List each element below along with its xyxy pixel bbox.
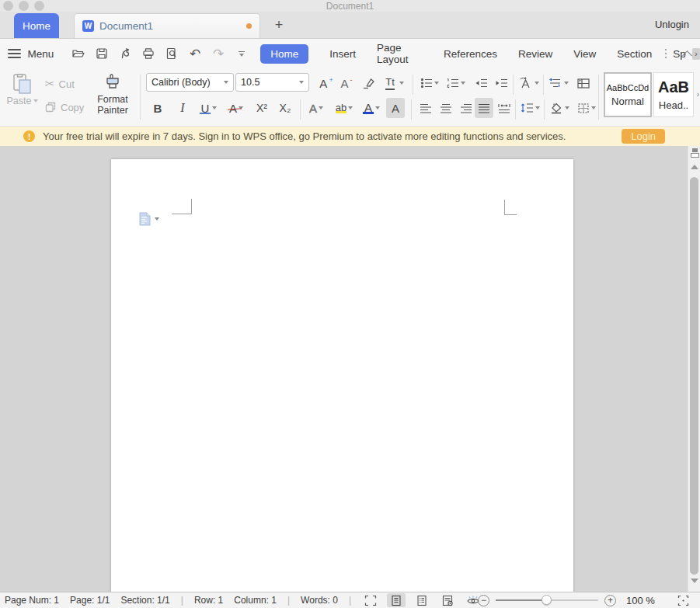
login-button[interactable]: Login [622, 129, 665, 144]
line-spacing-button[interactable] [517, 98, 542, 118]
home-screen-button[interactable]: Home [14, 13, 59, 38]
page-options-widget[interactable] [139, 212, 159, 226]
eraser-icon [361, 77, 375, 89]
tab-home[interactable]: Home [260, 44, 308, 64]
underline-button[interactable]: U [196, 98, 221, 118]
numbering-icon [447, 78, 459, 89]
superscript-button[interactable]: X² [252, 98, 272, 118]
customize-toolbar-dropdown-icon[interactable] [234, 46, 249, 61]
trial-banner: ! Your free trial will expire in 7 days.… [0, 127, 700, 146]
align-right-icon [460, 103, 472, 113]
highlight-color-button[interactable]: ab [331, 98, 357, 118]
clear-formatting-button[interactable] [358, 73, 378, 93]
align-right-button[interactable] [457, 98, 475, 118]
zoom-percentage[interactable]: 100 % [626, 595, 655, 606]
document-tab[interactable]: W Document1 [74, 13, 260, 38]
open-file-button[interactable] [71, 46, 86, 61]
ruler-toggle-button[interactable] [689, 148, 700, 160]
font-family-combobox[interactable]: Calibri (Body) [146, 73, 234, 92]
strikethrough-button[interactable]: A [224, 98, 249, 118]
menubar: Menu ↶ ↷ [0, 39, 700, 68]
status-words[interactable]: Words: 0 [301, 595, 338, 606]
document-page[interactable] [111, 159, 573, 592]
tab-references[interactable]: References [444, 48, 497, 60]
font-size-combobox[interactable]: 10.5 [235, 73, 309, 92]
web-layout-view-button[interactable] [438, 593, 457, 607]
tab-review[interactable]: Review [518, 48, 552, 60]
increase-font-size-button[interactable]: A+ [316, 73, 336, 93]
tab-section[interactable]: Section [617, 48, 652, 60]
trial-message: Your free trial will expire in 7 days. S… [43, 130, 566, 142]
styles-more-button[interactable]: › [697, 90, 699, 99]
bullet-list-button[interactable] [418, 73, 441, 93]
tab-page-layout[interactable]: Page Layout [377, 42, 423, 65]
print-preview-button[interactable] [164, 46, 179, 61]
collapse-ribbon-icon[interactable] [682, 50, 692, 61]
scroll-up-icon[interactable] [691, 165, 698, 169]
ribbon-tabs: Home Insert Page Layout References Revie… [260, 42, 700, 65]
align-center-button[interactable] [437, 98, 455, 118]
copy-button[interactable]: Copy [44, 101, 84, 113]
format-painter-button[interactable]: FormatPainter [90, 72, 135, 116]
print-button[interactable] [141, 46, 156, 61]
zoom-slider-thumb[interactable] [542, 595, 552, 605]
decrease-font-size-button[interactable]: A- [336, 73, 357, 93]
change-case-button[interactable]: Tt [380, 73, 409, 93]
zoom-slider[interactable] [496, 599, 598, 601]
menu-button[interactable]: Menu [27, 48, 54, 60]
text-effects-button[interactable]: A [305, 98, 328, 118]
decrease-indent-button[interactable] [472, 73, 490, 93]
tab-view[interactable]: View [573, 48, 596, 60]
align-left-icon [420, 103, 432, 113]
paste-button[interactable]: Paste [5, 72, 40, 106]
status-column: Column: 1 [234, 595, 277, 606]
zoom-in-button[interactable]: + [604, 595, 616, 606]
warning-icon: ! [23, 130, 35, 142]
insert-frame-button[interactable] [573, 73, 594, 93]
fit-page-button[interactable] [677, 595, 689, 608]
character-shading-button[interactable]: A [386, 98, 405, 118]
page-view-button[interactable] [387, 593, 406, 607]
italic-button[interactable]: I [174, 98, 191, 118]
paste-label: Paste [7, 96, 39, 106]
subscript-button[interactable]: X₂ [275, 98, 295, 118]
web-layout-icon [442, 595, 454, 606]
scrollbar-thumb[interactable] [690, 177, 698, 575]
shading-button[interactable] [547, 98, 572, 118]
save-button[interactable] [94, 46, 110, 61]
redo-button[interactable]: ↷ [211, 46, 226, 61]
copy-icon [44, 101, 57, 113]
quick-access-toolbar: ↶ ↷ [71, 46, 249, 61]
more-options-icon[interactable] [665, 49, 667, 59]
new-tab-button[interactable]: + [270, 16, 287, 33]
page-options-caret-icon [155, 217, 159, 221]
cut-button[interactable]: ✂ Cut [45, 77, 75, 91]
bullets-icon [420, 78, 433, 89]
style-normal[interactable]: AaBbCcDd Normal [604, 72, 652, 117]
undo-button[interactable]: ↶ [187, 46, 203, 61]
tabs-overflow-button[interactable]: › [692, 48, 700, 60]
document-workspace [0, 146, 700, 592]
increase-indent-button[interactable] [492, 73, 510, 93]
align-center-icon [440, 103, 452, 113]
full-screen-view-button[interactable] [361, 593, 380, 607]
outline-view-button[interactable] [413, 593, 431, 607]
font-color-button[interactable]: A [359, 98, 384, 118]
hamburger-menu-icon[interactable] [8, 49, 21, 58]
borders-button[interactable] [574, 98, 599, 118]
export-pdf-button[interactable] [117, 46, 133, 61]
scroll-down-icon[interactable] [691, 578, 698, 583]
align-left-button[interactable] [416, 98, 435, 118]
unlogin-label[interactable]: Unlogin [655, 19, 689, 30]
numbered-list-button[interactable] [444, 73, 468, 93]
justify-button[interactable] [475, 98, 493, 118]
vertical-scrollbar[interactable] [688, 146, 700, 592]
bold-button[interactable]: B [149, 98, 166, 118]
status-separator: | [181, 595, 183, 606]
paragraph-layout-button[interactable] [546, 73, 571, 93]
distribute-button[interactable] [495, 98, 514, 118]
zoom-out-button[interactable]: − [478, 595, 489, 606]
tab-insert[interactable]: Insert [329, 48, 356, 60]
character-scale-button[interactable] [517, 73, 542, 93]
style-heading[interactable]: AaB Head.. [653, 72, 694, 117]
